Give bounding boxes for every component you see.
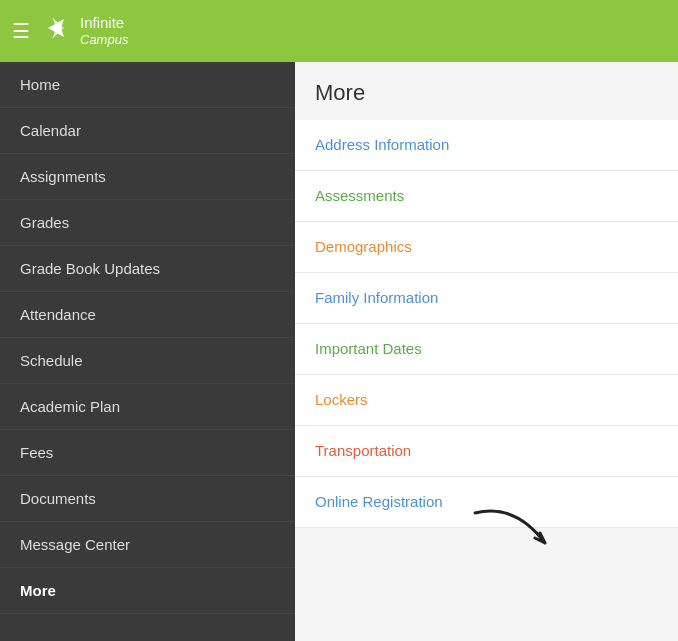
sidebar-item-fees[interactable]: Fees	[0, 430, 295, 476]
app-header: ☰ Infinite Campus	[0, 0, 678, 62]
more-items-list: Address Information Assessments Demograp…	[295, 120, 678, 528]
sidebar-item-academic-plan[interactable]: Academic Plan	[0, 384, 295, 430]
list-item-important-dates[interactable]: Important Dates	[295, 324, 678, 375]
menu-icon[interactable]: ☰	[12, 19, 30, 43]
assessments-link[interactable]: Assessments	[315, 187, 404, 204]
transportation-link[interactable]: Transportation	[315, 442, 411, 459]
sidebar-item-attendance[interactable]: Attendance	[0, 292, 295, 338]
online-registration-link[interactable]: Online Registration	[315, 493, 443, 510]
sidebar-item-message-center[interactable]: Message Center	[0, 522, 295, 568]
list-item-family-information[interactable]: Family Information	[295, 273, 678, 324]
app-logo: Infinite Campus	[38, 9, 128, 54]
list-item-assessments[interactable]: Assessments	[295, 171, 678, 222]
list-item-transportation[interactable]: Transportation	[295, 426, 678, 477]
logo-arrow-icon	[38, 9, 76, 54]
address-information-link[interactable]: Address Information	[315, 136, 449, 153]
sidebar: Home Calendar Assignments Grades Grade B…	[0, 62, 295, 641]
list-item-address-information[interactable]: Address Information	[295, 120, 678, 171]
sidebar-item-calendar[interactable]: Calendar	[0, 108, 295, 154]
sidebar-item-grade-book-updates[interactable]: Grade Book Updates	[0, 246, 295, 292]
page-title: More	[295, 62, 678, 120]
list-item-online-registration[interactable]: Online Registration	[295, 477, 678, 528]
sidebar-item-documents[interactable]: Documents	[0, 476, 295, 522]
logo-line2: Campus	[80, 32, 128, 48]
sidebar-item-home[interactable]: Home	[0, 62, 295, 108]
list-item-lockers[interactable]: Lockers	[295, 375, 678, 426]
sidebar-item-more[interactable]: More	[0, 568, 295, 614]
logo-line1: Infinite	[80, 14, 128, 32]
demographics-link[interactable]: Demographics	[315, 238, 412, 255]
content-area: More Address Information Assessments Dem…	[295, 62, 678, 641]
list-item-demographics[interactable]: Demographics	[295, 222, 678, 273]
main-layout: Home Calendar Assignments Grades Grade B…	[0, 62, 678, 641]
sidebar-item-grades[interactable]: Grades	[0, 200, 295, 246]
sidebar-item-assignments[interactable]: Assignments	[0, 154, 295, 200]
lockers-link[interactable]: Lockers	[315, 391, 368, 408]
family-information-link[interactable]: Family Information	[315, 289, 438, 306]
important-dates-link[interactable]: Important Dates	[315, 340, 422, 357]
sidebar-item-schedule[interactable]: Schedule	[0, 338, 295, 384]
